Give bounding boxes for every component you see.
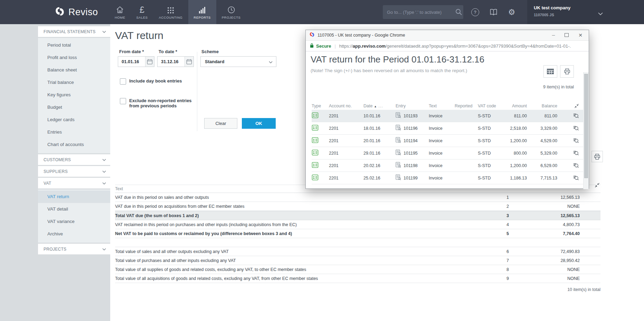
amount[interactable]: NONE xyxy=(509,204,580,209)
amount[interactable]: NONE xyxy=(509,276,580,281)
amount[interactable]: 28,950.42 xyxy=(509,258,580,263)
chevron-down-icon xyxy=(102,29,106,34)
book-icon[interactable] xyxy=(489,8,498,17)
search-input[interactable] xyxy=(383,10,454,15)
popup-titlebar[interactable]: 1107005 - UK test company - Google Chrom… xyxy=(306,30,589,41)
nav-item-accounting[interactable]: ACCOUNTING xyxy=(153,0,188,24)
sidebar-item-key-figures[interactable]: Key figures xyxy=(38,89,110,101)
amount[interactable]: 72,490.83 xyxy=(509,249,580,254)
maximize-button[interactable] xyxy=(565,33,569,38)
nav-item-home[interactable]: HOME xyxy=(109,0,131,24)
main-menu: HOME £ SALES ACCOUNTING REPORTS PROJECTS xyxy=(109,0,246,24)
col-type[interactable]: Type xyxy=(312,104,329,108)
reviso-logo[interactable]: Reviso xyxy=(55,0,98,24)
entry-doc-icon xyxy=(396,149,401,157)
entry-doc-icon xyxy=(396,162,401,169)
entry-number[interactable]: 101196 xyxy=(404,126,418,131)
entry-row[interactable]: 2201 18.01.16 101196 Invoice S-STD 2,518… xyxy=(312,122,585,135)
scrollbar-thumb[interactable] xyxy=(584,74,588,178)
inspect-entry-icon[interactable] xyxy=(557,150,581,156)
sidebar-section-suppliers[interactable]: SUPPLIERS xyxy=(38,166,110,177)
entry-row[interactable]: 2201 20.02.16 101198 Invoice S-STD 1,200… xyxy=(312,159,585,172)
print-button[interactable] xyxy=(591,151,603,162)
search-icon[interactable] xyxy=(454,8,463,17)
inspect-entry-icon[interactable] xyxy=(557,175,581,181)
clock-icon xyxy=(227,5,235,14)
entry-number[interactable]: 101195 xyxy=(404,151,418,156)
company-menu[interactable]: UK test company 1107005 JS xyxy=(527,0,644,24)
nav-item-sales[interactable]: £ SALES xyxy=(131,0,153,24)
report-row-4: VAT reclaimed in this period on purchase… xyxy=(115,220,600,229)
sidebar-section-projects[interactable]: PROJECTS xyxy=(38,244,110,254)
entry-number[interactable]: 101194 xyxy=(404,138,418,143)
chevron-down-icon xyxy=(598,10,603,17)
entry-row[interactable]: 2201 25.02.16 101199 Invoice S-STD 1,186… xyxy=(312,172,585,184)
entry-row[interactable]: 2201 20.01.16 101194 Invoice S-STD 1,200… xyxy=(312,135,585,147)
entry-row[interactable]: 2201 10.01.16 101193 Invoice S-STD 811.0… xyxy=(312,110,585,122)
include-daybook-checkbox[interactable]: Include day book entries xyxy=(120,78,182,85)
amount[interactable]: NONE xyxy=(509,267,580,272)
entry-number[interactable]: 101198 xyxy=(404,163,418,168)
col-amount[interactable]: Amount xyxy=(503,104,527,108)
sidebar-section-customers[interactable]: CUSTOMERS xyxy=(38,154,110,165)
sort-ascending-icon: ▲ xyxy=(374,105,377,108)
from-date-field xyxy=(118,56,154,67)
minimize-button[interactable]: ─ xyxy=(552,33,555,37)
entry-row[interactable]: 2201 29.01.16 101195 Invoice S-STD 800.0… xyxy=(312,147,585,159)
chevron-down-icon xyxy=(102,169,106,174)
sidebar-item-trial-balance[interactable]: Trial balance xyxy=(38,76,110,89)
help-icon[interactable]: ? xyxy=(471,8,480,17)
amount[interactable]: 7,764.40 xyxy=(509,231,580,236)
calendar-icon[interactable] xyxy=(184,57,193,67)
col-text[interactable]: Text xyxy=(429,104,455,108)
close-button[interactable]: ✕ xyxy=(578,33,583,37)
to-date-input[interactable] xyxy=(158,57,184,67)
address-bar[interactable]: Secure | https://app.reviso.com/generelt… xyxy=(306,41,589,51)
sidebar-item-period-total[interactable]: Period total xyxy=(38,39,110,51)
col-date[interactable]: Date▲... xyxy=(363,104,396,108)
col-entry[interactable]: Entry xyxy=(396,104,429,108)
sidebar-item-chart-of-accounts[interactable]: Chart of accounts xyxy=(38,138,110,151)
sidebar-item-profit-and-loss[interactable]: Profit and loss xyxy=(38,51,110,64)
entry-number[interactable]: 101193 xyxy=(404,114,418,118)
ok-button[interactable]: OK xyxy=(242,118,276,129)
clear-button[interactable]: Clear xyxy=(204,118,237,129)
scheme-select[interactable]: Standard xyxy=(200,56,276,67)
amount[interactable]: 12,565.13 xyxy=(509,195,580,200)
inspect-entry-icon[interactable] xyxy=(557,163,581,169)
exclude-nonreported-checkbox[interactable]: Exclude non-reported entries from previo… xyxy=(120,98,198,108)
nav-item-reports[interactable]: REPORTS xyxy=(188,0,216,24)
sidebar-item-ledger-cards[interactable]: Ledger cards xyxy=(38,114,110,126)
home-icon xyxy=(116,5,124,14)
box-number: 3 xyxy=(488,213,509,218)
col-balance[interactable]: Balance xyxy=(527,104,557,108)
popup-scrollbar[interactable] xyxy=(583,72,589,189)
collapse-table-icon[interactable] xyxy=(557,104,581,108)
inspect-entry-icon[interactable] xyxy=(557,125,581,132)
calendar-icon[interactable] xyxy=(145,57,154,67)
from-date-input[interactable] xyxy=(118,57,145,67)
settings-gear-icon[interactable]: ⚙ xyxy=(507,8,516,17)
entry-number[interactable]: 101199 xyxy=(404,176,418,181)
sidebar-section-financial-statements[interactable]: FINANCIAL STATEMENTS xyxy=(38,26,110,37)
sidebar-item-budget[interactable]: Budget xyxy=(38,101,110,114)
nav-item-projects[interactable]: PROJECTS xyxy=(216,0,246,24)
table-view-button[interactable] xyxy=(543,65,557,78)
amount[interactable]: 12,565.13 xyxy=(509,213,580,218)
sidebar-item-vat-variance[interactable]: VAT variance xyxy=(38,215,110,228)
print-button[interactable] xyxy=(560,65,574,78)
inspect-entry-icon[interactable] xyxy=(557,113,581,119)
company-id: 1107005 JS xyxy=(534,13,554,17)
report-spacer xyxy=(115,238,600,247)
sidebar-item-entries[interactable]: Entries xyxy=(38,126,110,138)
amount[interactable]: 4,800.73 xyxy=(509,222,580,227)
col-vat-code[interactable]: VAT code xyxy=(478,104,503,108)
inspect-entry-icon[interactable] xyxy=(557,138,581,144)
sidebar-item-vat-return[interactable]: VAT return xyxy=(38,191,110,203)
sidebar-item-balance-sheet[interactable]: Balance sheet xyxy=(38,64,110,76)
col-reported[interactable]: Reported xyxy=(455,104,478,108)
sidebar-item-archive[interactable]: Archive xyxy=(38,228,110,240)
col-account[interactable]: Account no. xyxy=(329,104,363,108)
sidebar-item-vat-detail[interactable]: VAT detail xyxy=(38,203,110,215)
sidebar-section-vat[interactable]: VAT xyxy=(38,178,110,188)
